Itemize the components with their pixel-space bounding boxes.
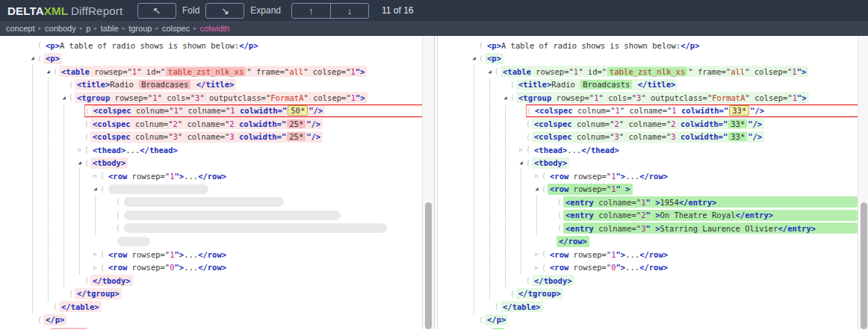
expand-node-icon[interactable]: ▷ [90, 264, 100, 271]
line-body: (<row rowsep="1">...</row> [100, 248, 422, 261]
code-token: </p> [46, 315, 64, 324]
scrollbar-thumb[interactable] [861, 202, 867, 329]
collapse-node-icon[interactable]: ◢ [532, 186, 542, 192]
fold-handle[interactable]: ( [100, 185, 106, 193]
line-content: <colspec colnum="2" colname="2 colwidth=… [90, 118, 323, 129]
line-content: <tgroup rowsep="1" cols="3" outputclass=… [75, 92, 368, 103]
fold-handle[interactable]: ( [100, 264, 106, 272]
fold-handle[interactable]: ( [69, 81, 75, 89]
breadcrumb-item-p[interactable]: p [86, 24, 90, 33]
previous-diff-button[interactable]: ↑ [292, 4, 330, 18]
fold-handle[interactable]: ( [542, 250, 548, 258]
breadcrumb-item-table[interactable]: table [101, 24, 119, 33]
code-token: " > [645, 211, 660, 220]
fold-handle[interactable]: ( [510, 290, 516, 298]
fold-button[interactable]: ↖ [137, 3, 176, 19]
code-token: 33* [728, 132, 747, 141]
code-token: all [731, 67, 745, 76]
fold-handle[interactable]: ( [526, 119, 532, 128]
fold-handle[interactable]: ( [526, 159, 532, 167]
fold-handle[interactable]: ( [542, 264, 548, 272]
code-token: "/> [309, 106, 323, 115]
fold-handle[interactable]: ( [557, 211, 563, 220]
fold-handle[interactable]: ( [510, 93, 516, 102]
collapse-node-icon[interactable]: ◢ [75, 160, 84, 166]
code-token: "/> [306, 119, 320, 128]
line-content: </table> [500, 301, 543, 312]
fold-handle[interactable]: ( [84, 133, 90, 141]
collapse-node-icon[interactable]: ◢ [516, 160, 526, 166]
line-body [479, 326, 858, 329]
fold-handle[interactable]: ( [542, 172, 548, 180]
next-diff-button[interactable]: ↓ [330, 4, 368, 18]
fold-handle[interactable]: ( [510, 81, 516, 89]
code-line: ▷(<row rowsep="1">...</row> [438, 169, 858, 183]
left-document-panel[interactable]: (<p>A table of radio shows is shown belo… [0, 36, 422, 329]
fold-handle[interactable]: ( [85, 107, 91, 115]
right-document-panel[interactable]: (<p>A table of radio shows is shown belo… [438, 36, 858, 329]
fold-handle[interactable]: ( [84, 119, 90, 128]
fold-handle[interactable]: ( [53, 302, 59, 311]
collapse-node-icon[interactable]: ◢ [59, 95, 69, 101]
collapse-node-icon[interactable]: ◢ [485, 69, 495, 75]
fold-handle[interactable]: ( [479, 41, 485, 49]
line-content [106, 184, 211, 195]
collapse-node-icon[interactable]: ◢ [90, 186, 100, 192]
fold-handle[interactable]: ( [495, 67, 500, 75]
fold-handle[interactable]: ( [526, 276, 532, 284]
breadcrumb-item-colspec[interactable]: colspec [162, 24, 190, 33]
fold-handle[interactable]: ( [526, 133, 532, 141]
code-token: table_zst_nlk_xs [166, 67, 246, 76]
fold-handle[interactable]: ( [116, 224, 122, 232]
line-body: (</tbody> [526, 274, 858, 287]
scrollbar-thumb[interactable] [425, 202, 432, 329]
expand-node-icon[interactable]: ▷ [90, 251, 100, 258]
fold-handle[interactable]: ( [37, 41, 43, 49]
left-scrollbar[interactable] [422, 36, 434, 329]
expand-node-icon[interactable]: ▷ [75, 146, 84, 153]
expand-node-icon[interactable]: ▷ [532, 172, 542, 179]
fold-handle[interactable]: ( [53, 67, 59, 75]
breadcrumb-item-current[interactable]: colwidth [200, 24, 230, 33]
right-scrollbar[interactable] [858, 36, 868, 329]
fold-handle[interactable]: ( [69, 93, 75, 102]
code-token: </thead> [581, 146, 619, 155]
code-token: </row> [639, 263, 668, 272]
collapse-node-icon[interactable]: ◢ [28, 55, 37, 61]
fold-handle[interactable]: ( [527, 107, 533, 115]
collapse-node-icon[interactable]: ◢ [500, 95, 510, 101]
code-token: "/> [750, 106, 764, 115]
fold-handle[interactable]: ( [69, 290, 75, 298]
fold-handle[interactable]: ( [557, 224, 563, 232]
fold-handle[interactable]: ( [542, 185, 548, 193]
expand-node-icon[interactable]: ▷ [532, 264, 542, 271]
fold-handle[interactable]: ( [116, 211, 122, 220]
fold-handle[interactable]: ( [84, 146, 90, 154]
collapse-node-icon[interactable]: ◢ [43, 69, 53, 75]
fold-handle[interactable]: ( [84, 276, 90, 284]
code-token: colnum=" [572, 132, 615, 141]
fold-handle[interactable]: ( [37, 55, 43, 63]
fold-handle[interactable]: ( [495, 302, 500, 311]
line-body: ( [100, 183, 422, 196]
expand-node-icon[interactable]: ▷ [516, 146, 526, 153]
fold-handle[interactable]: ( [479, 316, 485, 324]
line-content: </p> [485, 314, 508, 326]
fold-handle[interactable]: ( [100, 172, 106, 180]
fold-handle[interactable]: ( [100, 250, 106, 258]
fold-handle[interactable]: ( [526, 146, 532, 154]
expand-node-icon[interactable]: ▷ [532, 251, 542, 258]
expand-node-icon[interactable]: ▷ [90, 172, 100, 179]
fold-handle[interactable]: ( [557, 198, 563, 206]
fold-handle[interactable]: ( [479, 55, 485, 63]
fold-handle[interactable]: ( [116, 198, 122, 206]
expand-button[interactable]: ↘ [205, 3, 244, 19]
breadcrumb-item-concept[interactable]: concept [6, 24, 35, 33]
fold-handle[interactable]: ( [37, 316, 43, 324]
fold-handle[interactable]: ( [84, 159, 90, 167]
code-token: <thead> [93, 146, 125, 155]
breadcrumb-item-tgroup[interactable]: tgroup [128, 24, 152, 33]
collapse-node-icon[interactable]: ◢ [469, 55, 479, 61]
breadcrumb-item-conbody[interactable]: conbody [45, 24, 76, 33]
code-token: </p> [487, 315, 506, 324]
